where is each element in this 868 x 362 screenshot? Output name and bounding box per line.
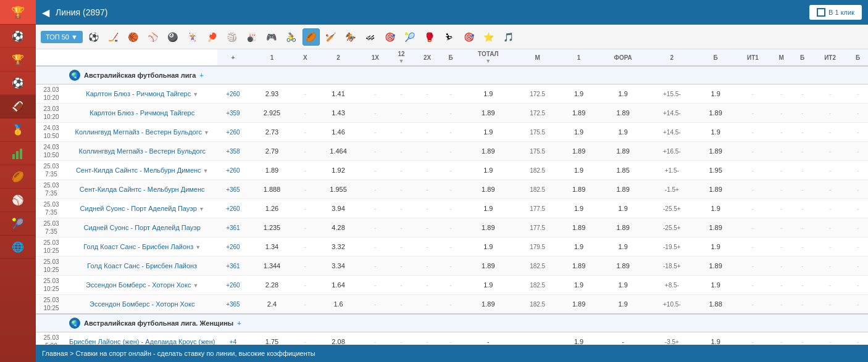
fora-val1[interactable]: 1.9 [598,84,648,104]
sport-icon-boxing[interactable]: 🥊 [421,28,438,46]
total-val[interactable]: - [461,332,515,345]
fora-val-1[interactable]: 1.89 [616,262,629,269]
fora-val2[interactable]: 1.89 [696,142,735,161]
match-name[interactable]: Сент-Килда Сайнтс - Мельбурн Дименс [76,167,201,174]
total-val-2[interactable]: 1.9 [574,90,583,97]
odds-1[interactable]: 2.93 [248,84,295,104]
fora-val-2[interactable]: 1.89 [709,109,722,117]
odds-plus-btn[interactable]: +260 [226,244,240,250]
match-plus[interactable]: +359 [217,104,248,123]
odds-2-val[interactable]: 1.64 [332,281,344,289]
odds-2[interactable]: 1.6 [315,295,362,315]
sport-icon-volleyball[interactable]: 🏐 [223,28,241,46]
fora-val-2[interactable]: 1.9 [711,90,720,97]
odds-1-val[interactable]: 1.26 [265,205,278,212]
fora-val-1[interactable]: 1.89 [616,224,629,231]
fora-val-2[interactable]: 1.88 [709,300,722,308]
fora-val-2[interactable]: 1.9 [711,281,720,289]
odds-2-val[interactable]: 4.28 [332,224,344,231]
fora-val2[interactable]: 1.9 [696,332,735,345]
odds-1[interactable]: 1.235 [248,218,295,237]
sidebar-football[interactable]: 🏉 [0,165,36,189]
fora-val1[interactable]: 1.85 [598,161,648,180]
total-val[interactable]: 1.89 [461,180,515,199]
total-val-1[interactable]: - [487,338,490,345]
fora-val1[interactable]: 1.9 [598,199,648,218]
total-val-1[interactable]: 1.9 [483,205,493,212]
odds-2[interactable]: 1.46 [315,123,362,142]
total-val2[interactable]: 1.9 [559,123,598,142]
fora-val1[interactable]: 1.89 [598,104,648,123]
match-name[interactable]: Карлтон Блюз - Ричмонд Тайгерс [86,90,191,97]
sport-icon-hockey[interactable]: 🏒 [105,28,122,46]
league-plus-btn[interactable]: + [237,319,241,327]
total-val[interactable]: 1.9 [461,123,515,142]
total-val-2[interactable]: 1.9 [574,128,583,136]
odds-2-val[interactable]: 1.464 [330,147,347,155]
fora-val2[interactable]: 1.9 [696,123,735,142]
total-val2[interactable]: 1.9 [559,84,598,104]
fora-val-2[interactable]: 1.9 [711,243,720,250]
match-expand-chevron[interactable]: ▼ [203,168,209,174]
fora-val2[interactable]: 1.89 [696,257,735,276]
odds-plus-btn[interactable]: +4 [230,339,236,345]
odds-2[interactable]: 3.34 [315,257,362,276]
odds-1-val[interactable]: 2.93 [265,90,278,97]
odds-plus-btn[interactable]: +361 [226,224,240,231]
odds-1-val[interactable]: 2.28 [265,281,278,289]
back-button[interactable]: ◀ [42,7,49,19]
sidebar-misc[interactable]: 🌐 [0,236,36,259]
sport-icon-archery[interactable]: 🎯 [382,28,399,46]
odds-1-val[interactable]: 1.344 [264,262,281,269]
total-val-1[interactable]: 1.9 [483,90,493,97]
odds-2[interactable]: 3.94 [315,199,362,218]
fora-val1[interactable]: 1.9 [598,295,648,315]
total-val-1[interactable]: 1.9 [483,281,493,289]
total-val[interactable]: 1.9 [461,276,515,295]
odds-2[interactable]: 4.28 [315,218,362,237]
sport-icon-misc2[interactable]: 🎵 [500,28,517,46]
total-val-2[interactable]: 1.89 [572,300,585,308]
sport-icon-motor[interactable]: 🏎 [362,28,379,46]
total-val-2[interactable]: 1.9 [574,281,583,289]
total-val2[interactable]: 1.9 [559,332,598,345]
fora-val2[interactable]: 1.95 [696,161,735,180]
fora-val-1[interactable]: 1.89 [616,147,629,155]
odds-1[interactable]: 2.73 [248,123,295,142]
fora-val-1[interactable]: 1.9 [618,300,627,308]
odds-1[interactable]: 1.344 [248,257,295,276]
odds-1-val[interactable]: 1.89 [265,167,278,174]
total-val-2[interactable]: 1.9 [574,338,583,345]
fora-val-2[interactable]: 1.9 [711,128,720,136]
match-plus[interactable]: +4 [217,332,248,345]
fora-val2[interactable]: 1.9 [696,199,735,218]
odds-plus-btn[interactable]: +365 [226,186,240,193]
fora-val1[interactable]: 1.89 [598,142,648,161]
odds-2-val[interactable]: 1.92 [332,167,344,174]
sidebar-soccer2[interactable]: ⚽ [0,72,36,95]
total-val-1[interactable]: 1.89 [482,224,495,231]
odds-1[interactable]: 2.79 [248,142,295,161]
one-click-button[interactable]: В 1 клик [809,5,862,20]
fora-val1[interactable]: - [598,332,648,345]
total-val-1[interactable]: 1.89 [482,186,495,193]
odds-plus-btn[interactable]: +358 [226,148,240,155]
fora-val-1[interactable]: 1.89 [616,186,629,193]
odds-1[interactable]: 1.34 [248,237,295,257]
match-name[interactable]: Эссендон Бомберс - Хоторн Хокс [86,281,191,289]
match-plus[interactable]: +260 [217,276,248,295]
fora-val2[interactable]: 1.89 [696,218,735,237]
odds-1[interactable]: 2.4 [248,295,295,315]
sport-icon-tabletennis[interactable]: 🏓 [204,28,221,46]
odds-2[interactable]: 2.08 [315,332,362,345]
sport-icon-football[interactable]: ⚽ [85,28,102,46]
total-val-2[interactable]: 1.9 [574,167,583,174]
sidebar-ball[interactable]: ⚾ [0,189,36,212]
sport-icon-billiards[interactable]: 🎱 [164,28,182,46]
total-val[interactable]: 1.89 [461,295,515,315]
match-plus[interactable]: +260 [217,199,248,218]
odds-1[interactable]: 1.888 [248,180,295,199]
total-val2[interactable]: 1.9 [559,161,598,180]
match-name[interactable]: Сент-Килда Сайнтс - Мельбурн Дименс [80,186,205,193]
total-val[interactable]: 1.9 [461,161,515,180]
